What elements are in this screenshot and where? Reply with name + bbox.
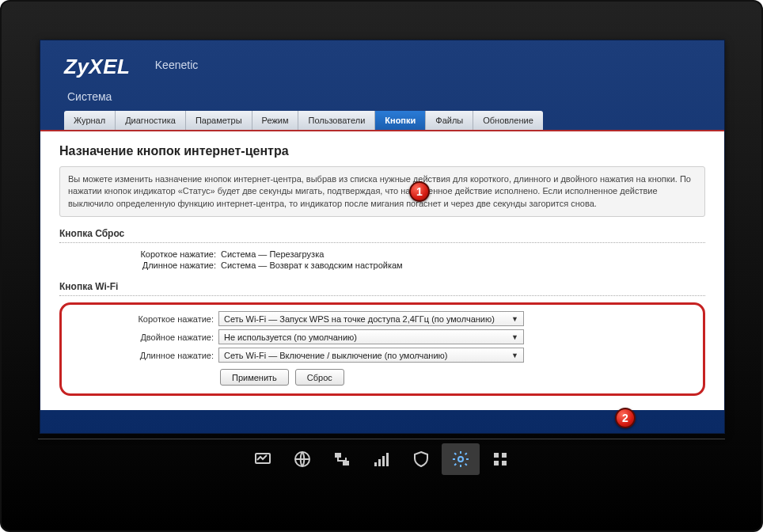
action-buttons: Применить Сброс: [220, 369, 698, 386]
svg-rect-6: [382, 456, 385, 466]
svg-rect-2: [335, 453, 341, 458]
wifi-double-select[interactable]: Не используется (по умолчанию) ▼: [218, 329, 524, 344]
model-name: Keenetic: [155, 59, 198, 71]
gear-icon: [451, 450, 470, 469]
app-frame: ZyXEL Keenetic Система Журнал Диагностик…: [0, 0, 763, 532]
wifi-long-press-row: Длинное нажатие: Сеть Wi-Fi — Включение …: [66, 348, 698, 363]
wifi-short-value: Сеть Wi-Fi — Запуск WPS на точке доступа…: [224, 314, 495, 324]
page-title: Назначение кнопок интернет-центра: [59, 144, 705, 158]
callout-badge-1: 1: [409, 181, 430, 202]
nav-system[interactable]: [442, 443, 480, 475]
chevron-down-icon: ▼: [511, 352, 518, 359]
svg-rect-7: [386, 453, 389, 466]
reset-short-value: Система — Перезагрузка: [221, 249, 705, 259]
tab-diagnostics[interactable]: Диагностика: [116, 111, 186, 130]
window-header: ZyXEL Keenetic Система Журнал Диагностик…: [40, 40, 724, 130]
wifi-long-label: Длинное нажатие:: [66, 351, 214, 360]
tab-parameters[interactable]: Параметры: [186, 111, 252, 130]
svg-rect-11: [494, 461, 499, 466]
nav-lan[interactable]: [323, 443, 361, 475]
apps-icon: [491, 450, 510, 469]
bottom-nav: [38, 439, 725, 478]
router-window: ZyXEL Keenetic Система Журнал Диагностик…: [40, 40, 725, 434]
svg-rect-4: [374, 462, 377, 466]
info-box: Вы можете изменить назначение кнопок инт…: [59, 166, 705, 217]
wifi-short-label: Короткое нажатие:: [66, 314, 214, 324]
wifi-short-select[interactable]: Сеть Wi-Fi — Запуск WPS на точке доступа…: [218, 311, 524, 326]
tab-buttons[interactable]: Кнопки: [375, 111, 426, 130]
section-title: Система: [64, 90, 700, 103]
tab-files[interactable]: Файлы: [426, 111, 473, 130]
reset-block-title: Кнопка Сброс: [59, 228, 705, 239]
tab-users[interactable]: Пользователи: [298, 111, 375, 130]
svg-rect-10: [502, 453, 507, 458]
content-area: Назначение кнопок интернет-центра Вы мож…: [40, 130, 724, 410]
svg-point-8: [458, 457, 463, 462]
wifi-long-select[interactable]: Сеть Wi-Fi — Включение / выключение (по …: [218, 348, 524, 363]
brand-logo: ZyXEL: [64, 55, 130, 79]
svg-rect-5: [378, 459, 381, 466]
tab-update[interactable]: Обновление: [473, 111, 543, 130]
reset-short-press-row: Короткое нажатие: Система — Перезагрузка: [59, 249, 705, 259]
globe-icon: [293, 450, 312, 469]
divider: [59, 295, 705, 296]
wifi-settings-highlight: Короткое нажатие: Сеть Wi-Fi — Запуск WP…: [59, 302, 705, 396]
wifi-long-value: Сеть Wi-Fi — Включение / выключение (по …: [224, 351, 447, 360]
tab-bar: Журнал Диагностика Параметры Режим Польз…: [64, 111, 700, 130]
nav-wifi[interactable]: [363, 443, 400, 475]
svg-rect-12: [502, 461, 507, 466]
wifi-double-value: Не используется (по умолчанию): [224, 332, 357, 342]
monitor-icon: [253, 450, 272, 469]
nav-apps[interactable]: [481, 443, 519, 475]
divider: [59, 242, 705, 243]
lan-icon: [332, 450, 351, 469]
svg-rect-9: [494, 453, 499, 458]
reset-long-press-row: Длинное нажатие: Система — Возврат к зав…: [59, 260, 705, 270]
wifi-double-label: Двойное нажатие:: [66, 332, 214, 342]
wifi-double-press-row: Двойное нажатие: Не используется (по умо…: [66, 329, 698, 344]
wifi-signal-icon: [372, 450, 391, 469]
reset-short-label: Короткое нажатие:: [59, 249, 216, 259]
tab-mode[interactable]: Режим: [252, 111, 299, 130]
wifi-short-press-row: Короткое нажатие: Сеть Wi-Fi — Запуск WP…: [66, 311, 698, 326]
callout-badge-2: 2: [615, 408, 636, 428]
reset-long-value: Система — Возврат к заводским настройкам: [221, 260, 705, 270]
shield-icon: [412, 450, 431, 469]
chevron-down-icon: ▼: [511, 315, 518, 323]
nav-monitor[interactable]: [244, 443, 282, 475]
nav-security[interactable]: [402, 443, 440, 475]
nav-internet[interactable]: [283, 443, 321, 475]
reset-button[interactable]: Сброс: [295, 369, 344, 386]
chevron-down-icon: ▼: [511, 333, 518, 341]
tab-journal[interactable]: Журнал: [64, 111, 116, 130]
apply-button[interactable]: Применить: [220, 369, 289, 386]
reset-long-label: Длинное нажатие:: [59, 260, 216, 270]
wifi-block-title: Кнопка Wi-Fi: [59, 281, 705, 292]
